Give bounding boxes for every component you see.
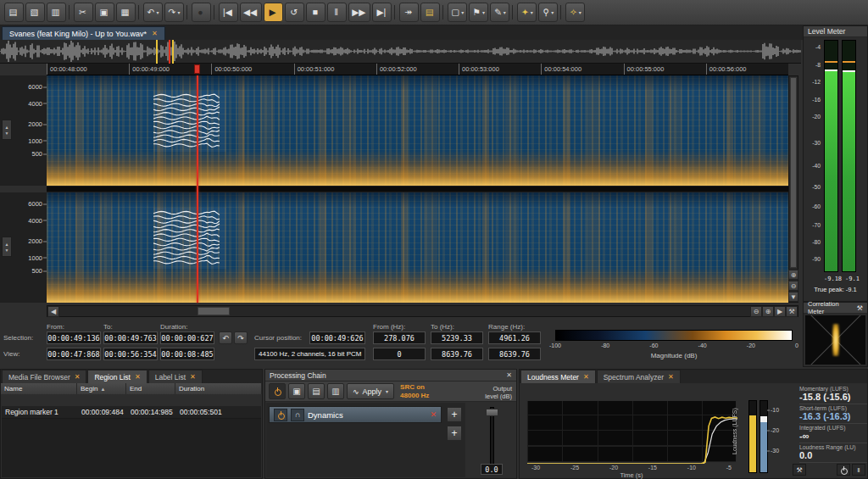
region-row[interactable]: Region marker 1 00:00:09:484 00:00:14:98… [2,406,261,419]
vertical-scrollbar[interactable] [788,75,798,303]
play-button[interactable]: ▶ [264,3,283,22]
view-from-field[interactable]: 00:00:47:868 [47,348,101,360]
rewind-button[interactable]: ◀◀ [240,3,262,22]
cut-button[interactable]: ✂ [74,3,93,22]
selection-redo-button[interactable]: ↷ [234,331,248,344]
add-effect-button-2[interactable]: + [447,426,462,441]
horizontal-scroll-thumb[interactable] [198,307,230,315]
close-document-icon[interactable]: ✕ [152,30,158,37]
close-icon[interactable]: ✕ [506,371,512,379]
add-effect-button[interactable]: + [447,407,462,422]
selection-from-hz-field[interactable]: 278.076 [373,331,426,344]
column-duration[interactable]: Duration [175,383,262,394]
spectrogram-channel-right[interactable] [47,192,788,303]
spectrogram-settings-button[interactable]: ⚒ [786,306,798,317]
view-from-hz-field[interactable]: 0 [373,348,426,360]
zoom-in-button[interactable]: ⊕ [762,306,774,317]
close-icon[interactable]: ✕ [668,373,674,381]
playhead-marker[interactable] [194,64,200,74]
cursor-position-field[interactable]: 00:00:49:626 [309,331,365,344]
selection-to-field[interactable]: 00:00:49:763 [103,331,158,344]
paste-button[interactable]: ▦ [116,3,136,22]
selection-tool-button[interactable]: ▢▾ [448,3,467,22]
tab-spectrum-analyzer[interactable]: Spectrum Analyzer✕ [597,370,681,383]
zoom-in-vertical-button[interactable]: ⊕ [788,270,798,280]
column-name[interactable]: Name [1,383,77,394]
copy-button[interactable]: ▣ [95,3,114,22]
close-icon[interactable]: ✕ [135,373,141,381]
record-button[interactable]: ● [192,3,211,22]
tab-loudness-meter[interactable]: Loudness Meter✕ [520,370,596,383]
undo-button[interactable]: ↶▾ [143,3,163,22]
tab-region-list[interactable]: Region List✕ [87,370,147,383]
document-tab[interactable]: Svanes (feat King Milo) - Up to You.wav*… [2,26,165,40]
save-button[interactable]: ▥ [47,3,66,22]
horizontal-scrollbar[interactable]: ◀ ⊖ ⊕ ▶ ⚒ [47,305,798,317]
region-start-marker[interactable] [156,40,158,64]
loudness-settings-button[interactable]: ⚒ [793,464,806,476]
marker-tool-button[interactable]: ⚑▾ [469,3,488,22]
zoom-tool-button[interactable]: ⚲▾ [538,3,558,22]
load-chain-button[interactable]: ▤ [308,383,325,399]
stop-button[interactable]: ■ [306,3,326,22]
output-level-slider[interactable] [490,407,494,470]
copy-chain-button[interactable]: ▣ [288,383,305,399]
selection-to-hz-field[interactable]: 5239.33 [431,331,483,344]
timeline-notes-button[interactable]: ▤ [420,3,440,22]
selection-duration-field[interactable]: 00:00:00:627 [160,331,214,344]
zoom-out-button[interactable]: ⊖ [750,306,762,317]
output-level-thumb[interactable] [486,409,498,416]
loudness-pause-button[interactable]: ‖ [852,464,865,476]
waveform-overview[interactable] [0,40,801,64]
save-chain-button[interactable]: ▥ [327,383,344,399]
go-to-end-button[interactable]: ▶| [372,3,392,22]
frequency-label: 1000 [28,253,42,261]
follow-playback-button[interactable]: ↠ [399,3,419,22]
vertical-scroll-thumb[interactable] [790,77,797,268]
correlation-meter-title: Correlation Meter [808,300,857,315]
new-file-button[interactable]: ▤ [4,3,24,22]
channel-right-control[interactable]: ▲▼ [2,237,12,257]
chain-item-dynamics[interactable]: ∩ Dynamics ✕ [269,406,442,423]
chain-power-button[interactable] [269,383,286,399]
effect-power-button[interactable] [274,409,287,421]
wrench-icon[interactable]: ⚒ [857,304,863,312]
loop-button[interactable]: ↺ [285,3,304,22]
selection-range-hz-field[interactable]: 4961.26 [488,331,541,344]
scroll-right-button[interactable]: ▶ [774,306,786,317]
heal-tool-button[interactable]: ✧▾ [565,3,585,22]
retouch-tool-button[interactable]: ✦▾ [517,3,537,22]
close-icon[interactable]: ✕ [75,373,81,381]
view-to-field[interactable]: 00:00:56:354 [103,348,158,360]
output-level-value[interactable]: 0.0 [481,464,503,475]
apply-button[interactable]: ∿ Apply ▾ [347,383,394,399]
fast-forward-button[interactable]: ▶▶ [348,3,370,22]
pencil-tool-button[interactable]: ✎▾ [490,3,509,22]
close-icon[interactable]: ✕ [190,373,196,381]
close-icon[interactable]: ✕ [583,373,589,381]
view-range-hz-field[interactable]: 8639.76 [488,348,541,360]
column-begin[interactable]: Begin▲ [77,383,126,394]
selection-from-field[interactable]: 00:00:49:136 [47,331,101,344]
column-end[interactable]: End [126,383,175,394]
effect-solo-button[interactable]: ∩ [291,409,304,421]
loudness-power-button[interactable] [837,464,850,476]
go-to-start-button[interactable]: |◀ [219,3,238,22]
horizontal-scroll-track[interactable] [59,306,750,316]
region-end-marker[interactable] [172,40,174,64]
view-to-hz-field[interactable]: 8639.76 [431,348,483,360]
channel-left-control[interactable]: ▲▼ [2,120,12,140]
scroll-left-button[interactable]: ◀ [47,306,59,317]
redo-button[interactable]: ↷▾ [164,3,184,22]
tab-label-list[interactable]: Label List✕ [148,370,203,383]
view-duration-field[interactable]: 00:00:08:485 [160,348,214,360]
zoom-out-vertical-button[interactable]: ⊖ [788,281,798,291]
time-ruler[interactable]: 00:00:48:00000:00:49:00000:00:50:00000:0… [47,64,788,75]
scroll-down-button[interactable]: ▼ [788,292,798,302]
selection-undo-button[interactable]: ↶ [219,331,232,344]
remove-effect-icon[interactable]: ✕ [430,410,437,419]
spectrogram-channel-left[interactable] [47,75,788,186]
tab-media-file-browser[interactable]: Media File Browser✕ [2,370,86,383]
pause-button[interactable]: ‖ [327,3,347,22]
open-file-button[interactable]: ▧ [25,3,45,22]
